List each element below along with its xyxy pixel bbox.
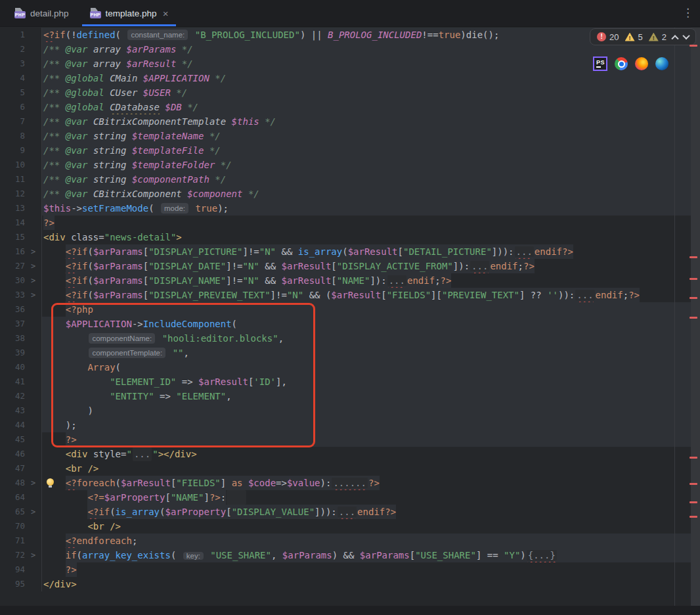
tab-detail-php[interactable]: PHP detail.php: [4, 0, 79, 26]
error-stripe-mark[interactable]: [689, 516, 697, 518]
code-line[interactable]: 47 <br />: [0, 461, 700, 476]
folded-code[interactable]: ...: [515, 246, 534, 257]
error-stripe-mark[interactable]: [689, 256, 697, 258]
folded-code[interactable]: ......: [332, 478, 368, 488]
code-cell[interactable]: <?=$arProperty["NAME"]?>:: [41, 490, 700, 505]
code-line[interactable]: 41 "ELEMENT_ID" => $arResult['ID'],: [0, 375, 700, 389]
code-cell[interactable]: <br />: [41, 519, 700, 534]
edge-icon[interactable]: [655, 57, 668, 70]
code-cell[interactable]: <?if($arParams["DISPLAY_PICTURE"]!="N" &…: [41, 244, 700, 259]
fold-arrow-icon[interactable]: >: [25, 273, 41, 288]
code-cell[interactable]: /** @var string $templateFolder */: [41, 158, 700, 172]
tab-close-icon[interactable]: ×: [163, 9, 169, 18]
error-stripe-mark[interactable]: [689, 45, 697, 47]
php-fragment[interactable]: <?if($arParams["DISPLAY_DATE"]!="N" && $…: [66, 259, 535, 273]
code-cell[interactable]: ?>: [41, 432, 700, 447]
code-cell[interactable]: ?>: [41, 562, 700, 577]
code-cell[interactable]: /** @global CMain $APPLICATION */: [41, 71, 700, 85]
chrome-icon[interactable]: [615, 57, 628, 70]
code-line[interactable]: 33> <?if($arParams["DISPLAY_PREVIEW_TEXT…: [0, 288, 700, 302]
code-cell[interactable]: $this->setFrameMode( mode: true);: [41, 201, 700, 216]
phpstorm-icon[interactable]: PS: [593, 57, 607, 71]
code-line[interactable]: 27> <?if($arParams["DISPLAY_DATE"]!="N" …: [0, 259, 700, 273]
error-stripe-mark[interactable]: [689, 501, 697, 503]
chevron-up-icon[interactable]: [671, 35, 678, 42]
code-line[interactable]: 40 Array(: [0, 360, 700, 375]
code-line[interactable]: 5/** @global CUser $USER */: [0, 85, 700, 100]
code-line[interactable]: 9/** @var string $templateFile */: [0, 143, 700, 158]
code-cell[interactable]: /** @var string $templateFile */: [41, 143, 700, 158]
chevron-down-icon[interactable]: [682, 32, 689, 39]
php-fragment[interactable]: ?>: [66, 562, 77, 577]
error-group[interactable]: ! 20: [597, 32, 619, 42]
code-line[interactable]: 11/** @var string $componentPath */: [0, 172, 700, 187]
code-cell[interactable]: </div>: [41, 577, 700, 591]
code-line[interactable]: 8/** @var string $templateName */: [0, 129, 700, 143]
folded-code[interactable]: ...: [470, 261, 489, 271]
php-fragment[interactable]: <?=$arProperty["NAME"]?>:: [87, 490, 226, 505]
inlay-hint[interactable]: componentTemplate:: [89, 348, 165, 358]
code-cell[interactable]: "ELEMENT_ID" => $arResult['ID'],: [41, 375, 700, 389]
code-cell[interactable]: );: [41, 418, 700, 432]
code-line[interactable]: 46 <div style="..."></div>: [0, 447, 700, 461]
php-fragment[interactable]: ?>: [66, 432, 700, 447]
code-cell[interactable]: <?if($arParams["DISPLAY_NAME"]!="N" && $…: [41, 273, 700, 288]
inlay-hint[interactable]: key:: [183, 552, 204, 560]
folded-code[interactable]: ...: [133, 447, 152, 461]
php-fragment[interactable]: <?if($arParams["DISPLAY_PICTURE"]!="N" &…: [66, 244, 573, 259]
code-cell[interactable]: <?if($arParams["DISPLAY_DATE"]!="N" && $…: [41, 259, 700, 273]
code-cell[interactable]: <div style="..."></div>: [41, 447, 700, 461]
error-stripe-mark[interactable]: [689, 317, 697, 319]
code-line[interactable]: 70 <br />: [0, 519, 700, 534]
code-cell[interactable]: /** @var string $componentPath */: [41, 172, 700, 187]
php-fragment[interactable]: <?endforeach;: [66, 534, 700, 548]
fold-arrow-icon[interactable]: >: [25, 288, 41, 302]
code-cell[interactable]: /** @var string $templateName */: [41, 129, 700, 143]
php-fragment[interactable]: <?if($arParams["DISPLAY_PREVIEW_TEXT"]!=…: [66, 288, 640, 302]
code-line[interactable]: 4/** @global CMain $APPLICATION */: [0, 71, 700, 85]
code-line[interactable]: 71 <?endforeach;: [0, 534, 700, 548]
code-cell[interactable]: <?php: [41, 302, 700, 317]
code-cell[interactable]: <?if($arParams["DISPLAY_PREVIEW_TEXT"]!=…: [41, 288, 700, 302]
php-fragment[interactable]: <?if($arParams["DISPLAY_NAME"]!="N" && $…: [66, 273, 452, 288]
code-line[interactable]: 15<div class="news-detail">: [0, 230, 700, 244]
php-fragment[interactable]: if(array_key_exists( key: "USE_SHARE", $…: [66, 548, 700, 562]
code-line[interactable]: 30> <?if($arParams["DISPLAY_NAME"]!="N" …: [0, 273, 700, 288]
code-line[interactable]: 94 ?>: [0, 562, 700, 577]
code-line[interactable]: 64 <?=$arProperty["NAME"]?>:: [0, 490, 700, 505]
folded-code[interactable]: ...: [575, 290, 594, 300]
code-line[interactable]: 6/** @global CDatabase $DB */: [0, 100, 700, 114]
inlay-hint[interactable]: mode:: [161, 203, 188, 214]
code-cell[interactable]: <?if(is_array($arProperty["DISPLAY_VALUE…: [41, 505, 700, 519]
php-fragment[interactable]: <?foreach($arResult["FIELDS"] as $code=>…: [66, 476, 380, 490]
code-cell[interactable]: ): [41, 403, 700, 418]
weak-warning-group[interactable]: ! 2: [649, 32, 667, 42]
php-fragment[interactable]: <?if(is_array($arProperty["DISPLAY_VALUE…: [87, 505, 396, 519]
error-stripe-mark[interactable]: [689, 278, 697, 280]
fold-arrow-icon[interactable]: >: [25, 505, 41, 519]
code-cell[interactable]: Array(: [41, 360, 700, 375]
inlay-hint[interactable]: constant_name:: [127, 30, 188, 40]
code-cell[interactable]: if(array_key_exists( key: "USE_SHARE", $…: [41, 548, 700, 562]
folded-code[interactable]: ...: [387, 275, 406, 286]
code-cell[interactable]: componentTemplate: "",: [41, 346, 700, 360]
code-cell[interactable]: /** @var CBitrixComponentTemplate $this …: [41, 114, 700, 129]
code-cell[interactable]: "ENTITY" => "ELEMENT",: [41, 389, 700, 403]
fold-arrow-icon[interactable]: >: [25, 548, 41, 562]
error-stripe-mark[interactable]: [689, 483, 697, 485]
warning-group[interactable]: ! 5: [625, 32, 643, 42]
tab-template-php[interactable]: PHP template.php ×: [79, 0, 179, 26]
fold-arrow-icon[interactable]: >: [25, 244, 41, 259]
kebab-menu-icon[interactable]: ⋮: [682, 6, 693, 20]
code-line[interactable]: 36 <?php: [0, 302, 700, 317]
code-cell[interactable]: ?>: [41, 216, 700, 230]
code-line[interactable]: 14?>: [0, 216, 700, 230]
code-line[interactable]: 45 ?>: [0, 432, 700, 447]
inlay-hint[interactable]: componentName:: [89, 333, 155, 344]
code-cell[interactable]: /** @global CDatabase $DB */: [41, 100, 700, 114]
code-line[interactable]: 95</div>: [0, 577, 700, 591]
intention-bulb-icon[interactable]: [47, 478, 55, 488]
code-line[interactable]: 42 "ENTITY" => "ELEMENT",: [0, 389, 700, 403]
code-editor[interactable]: 1<?if(!defined( constant_name: "B_PROLOG…: [0, 28, 700, 591]
code-line[interactable]: 12/** @var CBitrixComponent $component *…: [0, 187, 700, 201]
